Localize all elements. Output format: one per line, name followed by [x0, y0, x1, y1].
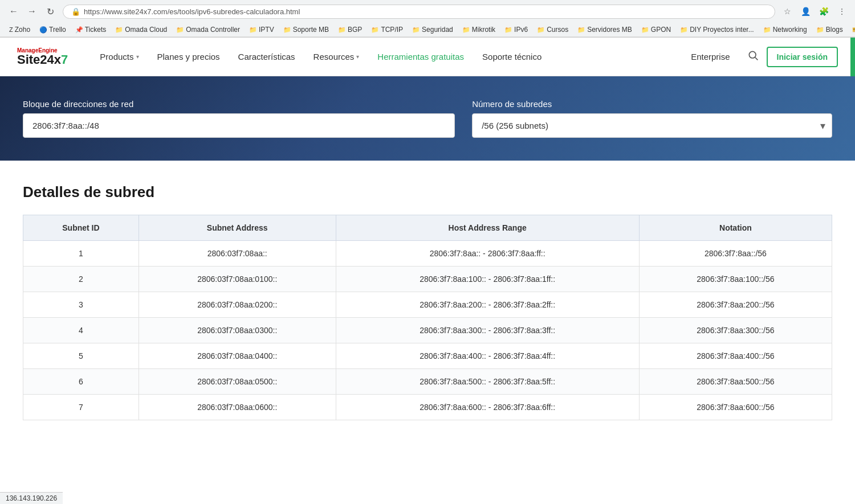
cell-subnet-id: 5: [23, 343, 139, 369]
folder-icon: 📁: [680, 26, 688, 34]
bookmark-tickets[interactable]: 📌 Tickets: [72, 24, 110, 35]
bookmark-label: Zoho: [15, 26, 30, 34]
cell-host-range: 2806:3f7:8aa:: - 2806:3f7:8aa:ff::: [336, 241, 639, 267]
cell-notation: 2806:3f7:8aa:500::/56: [639, 369, 832, 395]
cell-subnet-id: 4: [23, 318, 139, 343]
col-subnet-id: Subnet ID: [23, 215, 139, 241]
folder-icon: 📁: [412, 26, 420, 34]
nav-item-resources[interactable]: Resources ▾: [304, 38, 369, 76]
resources-arrow-icon: ▾: [356, 54, 359, 60]
browser-nav-buttons: ← → ↻: [6, 3, 58, 19]
folder-icon: 📁: [816, 26, 824, 34]
bookmark-iptv[interactable]: 📁 IPTV: [246, 24, 278, 35]
cell-subnet-id: 7: [23, 395, 139, 420]
bookmark-label: Blogs: [826, 26, 843, 34]
trello-icon: 🔵: [39, 26, 47, 34]
bookmark-label: IPTV: [259, 26, 274, 34]
logo-text-2: 7: [61, 52, 68, 67]
nav-item-herramientas[interactable]: Herramientas gratuitas: [368, 38, 473, 76]
search-icon: [747, 50, 759, 61]
bookmark-label: GPON: [651, 26, 671, 34]
iniciar-sesion-button[interactable]: Iniciar sesión: [767, 47, 838, 67]
search-button[interactable]: [745, 47, 761, 66]
cell-notation: 2806:3f7:8aa:300::/56: [639, 318, 832, 343]
folder-icon: 📁: [115, 26, 123, 34]
bookmark-blogs[interactable]: 📁 Blogs: [813, 24, 846, 35]
bookmark-star-button[interactable]: ☆: [780, 4, 795, 19]
cell-notation: 2806:3f7:8aa:600::/56: [639, 395, 832, 420]
folder-icon: 📁: [371, 26, 379, 34]
nav-item-products[interactable]: Products ▾: [91, 38, 148, 76]
bookmark-seguridad[interactable]: 📁 Seguridad: [409, 24, 457, 35]
green-accent-bar: [850, 38, 855, 76]
bookmark-trello[interactable]: 🔵 Trello: [36, 24, 70, 35]
bookmark-label: Soporte MB: [293, 26, 329, 34]
bookmark-networking[interactable]: 📁 Networking: [760, 24, 811, 35]
address-bar[interactable]: 🔒 https://www.site24x7.com/es/tools/ipv6…: [63, 5, 775, 19]
products-label: Products: [100, 52, 133, 62]
extensions-button[interactable]: 🧩: [816, 4, 831, 19]
content-section: Detalles de subred Subnet ID Subnet Addr…: [0, 161, 855, 432]
forward-button[interactable]: →: [24, 3, 40, 19]
bookmark-soporte-mb[interactable]: 📁 Soporte MB: [280, 24, 332, 35]
bookmark-label: DIY Proyectos inter...: [690, 26, 754, 34]
table-row: 72806:03f7:08aa:0600::2806:3f7:8aa:600::…: [23, 395, 832, 420]
nav-item-soporte[interactable]: Soporte técnico: [473, 38, 551, 76]
menu-button[interactable]: ⋮: [834, 4, 849, 19]
site-logo[interactable]: ManageEngine Site24x7: [17, 47, 68, 66]
cell-notation: 2806:3f7:8aa:200::/56: [639, 292, 832, 318]
bookmark-diy[interactable]: 📁 DIY Proyectos inter...: [677, 24, 758, 35]
nav-item-enterprise[interactable]: Enterprise: [682, 38, 739, 76]
cell-host-range: 2806:3f7:8aa:200:: - 2806:3f7:8aa:2ff::: [336, 292, 639, 318]
subnets-select[interactable]: /56 (256 subnets): [472, 113, 832, 138]
bookmark-bgp[interactable]: 📁 BGP: [335, 24, 365, 35]
bookmark-ipv6[interactable]: 📁 IPv6: [501, 24, 531, 35]
bookmark-label: TCP/IP: [381, 26, 403, 34]
tool-section: Bloque de direcciones de red Número de s…: [0, 76, 855, 161]
planes-label: Planes y precios: [157, 52, 220, 62]
subnets-group: Número de subredes /56 (256 subnets) ▾: [472, 99, 832, 138]
subnets-select-wrapper: /56 (256 subnets) ▾: [472, 113, 832, 138]
logo-text-1: Site24x: [17, 52, 61, 67]
tickets-icon: 📌: [75, 26, 83, 34]
svg-point-0: [749, 51, 756, 58]
refresh-button[interactable]: ↻: [42, 3, 58, 19]
nav-links: Products ▾ Planes y precios Característi…: [91, 38, 682, 76]
bookmark-label: BGP: [348, 26, 362, 34]
bookmark-ticket-pctv[interactable]: 🎫 Ticket PCTV: [849, 24, 855, 35]
bookmark-cursos[interactable]: 📁 Cursos: [534, 24, 572, 35]
network-input[interactable]: [23, 113, 455, 138]
network-label: Bloque de direcciones de red: [23, 99, 455, 109]
section-title: Detalles de subred: [23, 183, 832, 201]
site24x7-logo: Site24x7: [17, 52, 68, 67]
bookmark-mikrotik[interactable]: 📁 Mikrotik: [459, 24, 499, 35]
enterprise-label: Enterprise: [691, 52, 730, 62]
subnets-label: Número de subredes: [472, 99, 832, 109]
nav-item-planes[interactable]: Planes y precios: [148, 38, 229, 76]
nav-item-caracteristicas[interactable]: Características: [229, 38, 304, 76]
bookmark-gpon[interactable]: 📁 GPON: [638, 24, 674, 35]
folder-icon: 📁: [338, 26, 346, 34]
cell-host-range: 2806:3f7:8aa:500:: - 2806:3f7:8aa:5ff::: [336, 369, 639, 395]
bookmark-zoho[interactable]: Z Zoho: [6, 24, 34, 35]
zoho-icon: Z: [9, 26, 13, 33]
table-row: 32806:03f7:08aa:0200::2806:3f7:8aa:200::…: [23, 292, 832, 318]
bookmark-omada-controller[interactable]: 📁 Omada Controller: [173, 24, 243, 35]
bookmark-omada-cloud[interactable]: 📁 Omada Cloud: [112, 24, 170, 35]
cell-subnet-address: 2806:03f7:08aa:0200::: [139, 292, 336, 318]
folder-icon: 📁: [176, 26, 184, 34]
bookmark-tcpip[interactable]: 📁 TCP/IP: [368, 24, 406, 35]
cell-notation: 2806:3f7:8aa:100::/56: [639, 267, 832, 292]
cell-subnet-id: 1: [23, 241, 139, 267]
bookmark-label: Trello: [49, 26, 66, 34]
bookmarks-bar: Z Zoho 🔵 Trello 📌 Tickets 📁 Omada Cloud …: [0, 23, 855, 37]
profile-button[interactable]: 👤: [798, 4, 813, 19]
browser-actions: ☆ 👤 🧩 ⋮: [780, 4, 849, 19]
back-button[interactable]: ←: [6, 3, 22, 19]
bookmark-label: Seguridad: [422, 26, 453, 34]
folder-icon: 📁: [641, 26, 649, 34]
cell-subnet-address: 2806:03f7:08aa:0600::: [139, 395, 336, 420]
bookmark-servidores[interactable]: 📁 Servidores MB: [574, 24, 636, 35]
cell-subnet-id: 6: [23, 369, 139, 395]
svg-line-1: [755, 58, 758, 60]
